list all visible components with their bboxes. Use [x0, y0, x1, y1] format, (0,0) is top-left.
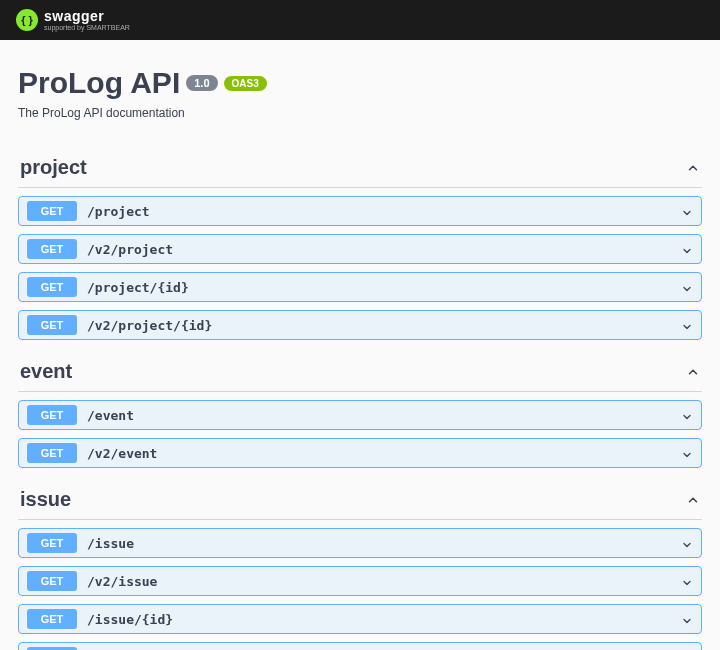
method-badge-get: GET — [27, 533, 77, 553]
chevron-down-icon — [681, 613, 693, 625]
operation-row[interactable]: GET/issue — [18, 528, 702, 558]
method-badge-get: GET — [27, 201, 77, 221]
method-badge-get: GET — [27, 277, 77, 297]
operation-row[interactable]: GET/project/{id} — [18, 272, 702, 302]
topbar: { } swagger supported by SMARTBEAR — [0, 0, 720, 40]
operation-path: /v2/project — [87, 242, 681, 257]
chevron-down-icon — [681, 575, 693, 587]
chevron-down-icon — [681, 537, 693, 549]
method-badge-get: GET — [27, 405, 77, 425]
operation-path: /v2/event — [87, 446, 681, 461]
chevron-down-icon — [681, 205, 693, 217]
chevron-down-icon — [681, 281, 693, 293]
operation-path: /v2/issue — [87, 574, 681, 589]
operation-path: /v2/project/{id} — [87, 318, 681, 333]
swagger-logo: { } swagger supported by SMARTBEAR — [16, 9, 130, 31]
api-description: The ProLog API documentation — [18, 106, 702, 120]
operation-row[interactable]: GET/v2/issue/{id} — [18, 642, 702, 650]
oas-badge: OAS3 — [224, 76, 267, 91]
operation-path: /project/{id} — [87, 280, 681, 295]
method-badge-get: GET — [27, 239, 77, 259]
method-badge-get: GET — [27, 443, 77, 463]
chevron-up-icon — [686, 493, 700, 507]
chevron-down-icon — [681, 409, 693, 421]
operation-row[interactable]: GET/v2/event — [18, 438, 702, 468]
operation-row[interactable]: GET/issue/{id} — [18, 604, 702, 634]
operation-row[interactable]: GET/v2/issue — [18, 566, 702, 596]
tag-header-issue[interactable]: issue — [18, 480, 702, 520]
method-badge-get: GET — [27, 571, 77, 591]
main-content: ProLog API 1.0 OAS3 The ProLog API docum… — [0, 40, 720, 650]
chevron-up-icon — [686, 161, 700, 175]
version-badge: 1.0 — [186, 75, 217, 91]
chevron-up-icon — [686, 365, 700, 379]
operation-path: /issue — [87, 536, 681, 551]
chevron-down-icon — [681, 243, 693, 255]
swagger-brand-text: swagger supported by SMARTBEAR — [44, 9, 130, 31]
swagger-supported-text: supported by SMARTBEAR — [44, 24, 130, 31]
tag-section-event: eventGET/eventGET/v2/event — [18, 352, 702, 468]
swagger-brand-name: swagger — [44, 9, 130, 23]
tag-section-issue: issueGET/issueGET/v2/issueGET/issue/{id}… — [18, 480, 702, 650]
tag-name: event — [20, 360, 72, 383]
operation-row[interactable]: GET/event — [18, 400, 702, 430]
tag-header-project[interactable]: project — [18, 148, 702, 188]
operation-row[interactable]: GET/project — [18, 196, 702, 226]
tag-name: project — [20, 156, 87, 179]
chevron-down-icon — [681, 319, 693, 331]
method-badge-get: GET — [27, 609, 77, 629]
method-badge-get: GET — [27, 315, 77, 335]
tag-header-event[interactable]: event — [18, 352, 702, 392]
operation-row[interactable]: GET/v2/project/{id} — [18, 310, 702, 340]
operation-path: /issue/{id} — [87, 612, 681, 627]
api-title: ProLog API — [18, 66, 180, 100]
operation-row[interactable]: GET/v2/project — [18, 234, 702, 264]
operation-path: /event — [87, 408, 681, 423]
tag-section-project: projectGET/projectGET/v2/projectGET/proj… — [18, 148, 702, 340]
operation-path: /project — [87, 204, 681, 219]
tag-name: issue — [20, 488, 71, 511]
swagger-icon: { } — [16, 9, 38, 31]
api-header: ProLog API 1.0 OAS3 — [18, 66, 702, 100]
chevron-down-icon — [681, 447, 693, 459]
